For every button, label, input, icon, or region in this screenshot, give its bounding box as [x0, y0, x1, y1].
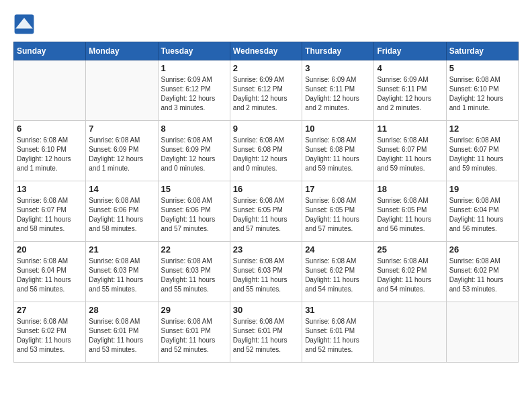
day-number: 27 [17, 305, 83, 315]
day-info: Sunrise: 6:09 AM Sunset: 6:11 PM Dayligh… [377, 75, 443, 113]
day-number: 31 [305, 305, 371, 315]
calendar-cell: 22Sunrise: 6:08 AM Sunset: 6:03 PM Dayli… [158, 242, 230, 302]
day-info: Sunrise: 6:08 AM Sunset: 6:05 PM Dayligh… [305, 196, 371, 234]
day-info: Sunrise: 6:08 AM Sunset: 6:02 PM Dayligh… [377, 257, 443, 294]
day-info: Sunrise: 6:08 AM Sunset: 6:01 PM Dayligh… [305, 317, 371, 355]
weekday-header: Friday [374, 42, 446, 60]
calendar-cell: 16Sunrise: 6:08 AM Sunset: 6:05 PM Dayli… [230, 181, 302, 242]
day-info: Sunrise: 6:09 AM Sunset: 6:12 PM Dayligh… [233, 75, 299, 113]
day-number: 4 [377, 63, 443, 73]
weekday-header: Saturday [446, 42, 518, 60]
day-info: Sunrise: 6:08 AM Sunset: 6:06 PM Dayligh… [89, 196, 154, 234]
day-number: 19 [449, 184, 515, 194]
day-number: 6 [17, 124, 83, 134]
weekday-header: Sunday [14, 42, 86, 60]
day-number: 22 [161, 244, 227, 255]
day-info: Sunrise: 6:08 AM Sunset: 6:04 PM Dayligh… [449, 196, 515, 234]
calendar-cell: 6Sunrise: 6:08 AM Sunset: 6:10 PM Daylig… [14, 121, 86, 181]
day-number: 21 [89, 244, 154, 255]
day-number: 3 [305, 63, 371, 73]
day-number: 9 [233, 124, 299, 134]
day-info: Sunrise: 6:08 AM Sunset: 6:04 PM Dayligh… [17, 257, 83, 294]
day-number: 26 [449, 244, 515, 255]
day-info: Sunrise: 6:08 AM Sunset: 6:06 PM Dayligh… [161, 196, 227, 234]
calendar-cell: 26Sunrise: 6:08 AM Sunset: 6:02 PM Dayli… [446, 242, 518, 302]
calendar-table: SundayMondayTuesdayWednesdayThursdayFrid… [13, 42, 519, 363]
calendar-cell: 30Sunrise: 6:08 AM Sunset: 6:01 PM Dayli… [230, 302, 302, 363]
calendar-cell: 24Sunrise: 6:08 AM Sunset: 6:02 PM Dayli… [302, 242, 374, 302]
day-number: 12 [449, 124, 515, 134]
calendar-cell: 29Sunrise: 6:08 AM Sunset: 6:01 PM Dayli… [158, 302, 230, 363]
day-info: Sunrise: 6:08 AM Sunset: 6:10 PM Dayligh… [449, 75, 515, 113]
day-info: Sunrise: 6:09 AM Sunset: 6:11 PM Dayligh… [305, 75, 371, 113]
day-info: Sunrise: 6:08 AM Sunset: 6:03 PM Dayligh… [89, 257, 154, 294]
day-number: 17 [305, 184, 371, 194]
calendar-cell: 3Sunrise: 6:09 AM Sunset: 6:11 PM Daylig… [302, 60, 374, 121]
calendar-cell: 9Sunrise: 6:08 AM Sunset: 6:08 PM Daylig… [230, 121, 302, 181]
day-info: Sunrise: 6:08 AM Sunset: 6:08 PM Dayligh… [305, 136, 371, 173]
day-number: 1 [161, 63, 227, 73]
calendar-cell: 27Sunrise: 6:08 AM Sunset: 6:02 PM Dayli… [14, 302, 86, 363]
day-number: 30 [233, 305, 299, 315]
day-number: 2 [233, 63, 299, 73]
day-number: 5 [449, 63, 515, 73]
calendar-cell: 5Sunrise: 6:08 AM Sunset: 6:10 PM Daylig… [446, 60, 518, 121]
day-info: Sunrise: 6:08 AM Sunset: 6:09 PM Dayligh… [89, 136, 154, 173]
day-info: Sunrise: 6:08 AM Sunset: 6:07 PM Dayligh… [17, 196, 83, 234]
day-number: 13 [17, 184, 83, 194]
day-info: Sunrise: 6:08 AM Sunset: 6:08 PM Dayligh… [233, 136, 299, 173]
day-number: 8 [161, 124, 227, 134]
day-info: Sunrise: 6:08 AM Sunset: 6:10 PM Dayligh… [17, 136, 83, 173]
day-info: Sunrise: 6:08 AM Sunset: 6:05 PM Dayligh… [233, 196, 299, 234]
day-number: 16 [233, 184, 299, 194]
calendar-cell: 17Sunrise: 6:08 AM Sunset: 6:05 PM Dayli… [302, 181, 374, 242]
day-number: 11 [377, 124, 443, 134]
day-info: Sunrise: 6:08 AM Sunset: 6:05 PM Dayligh… [377, 196, 443, 234]
logo-icon [13, 13, 35, 35]
calendar-cell [446, 302, 518, 363]
day-number: 7 [89, 124, 154, 134]
day-info: Sunrise: 6:08 AM Sunset: 6:02 PM Dayligh… [17, 317, 83, 355]
calendar-header: SundayMondayTuesdayWednesdayThursdayFrid… [14, 42, 519, 60]
day-info: Sunrise: 6:08 AM Sunset: 6:09 PM Dayligh… [161, 136, 227, 173]
calendar-cell: 13Sunrise: 6:08 AM Sunset: 6:07 PM Dayli… [14, 181, 86, 242]
day-info: Sunrise: 6:08 AM Sunset: 6:01 PM Dayligh… [233, 317, 299, 355]
day-number: 10 [305, 124, 371, 134]
day-number: 29 [161, 305, 227, 315]
day-number: 14 [89, 184, 154, 194]
weekday-header: Wednesday [230, 42, 302, 60]
calendar-cell: 2Sunrise: 6:09 AM Sunset: 6:12 PM Daylig… [230, 60, 302, 121]
calendar-cell: 10Sunrise: 6:08 AM Sunset: 6:08 PM Dayli… [302, 121, 374, 181]
day-number: 23 [233, 244, 299, 255]
day-number: 15 [161, 184, 227, 194]
logo [13, 13, 38, 35]
calendar-cell: 19Sunrise: 6:08 AM Sunset: 6:04 PM Dayli… [446, 181, 518, 242]
day-number: 24 [305, 244, 371, 255]
calendar-cell: 25Sunrise: 6:08 AM Sunset: 6:02 PM Dayli… [374, 242, 446, 302]
calendar-cell [14, 60, 86, 121]
day-info: Sunrise: 6:08 AM Sunset: 6:02 PM Dayligh… [449, 257, 515, 294]
calendar-cell: 28Sunrise: 6:08 AM Sunset: 6:01 PM Dayli… [86, 302, 158, 363]
calendar-cell: 15Sunrise: 6:08 AM Sunset: 6:06 PM Dayli… [158, 181, 230, 242]
calendar-cell: 12Sunrise: 6:08 AM Sunset: 6:07 PM Dayli… [446, 121, 518, 181]
day-info: Sunrise: 6:08 AM Sunset: 6:02 PM Dayligh… [305, 257, 371, 294]
calendar-cell: 21Sunrise: 6:08 AM Sunset: 6:03 PM Dayli… [86, 242, 158, 302]
day-info: Sunrise: 6:08 AM Sunset: 6:03 PM Dayligh… [161, 257, 227, 294]
day-number: 25 [377, 244, 443, 255]
calendar-cell: 23Sunrise: 6:08 AM Sunset: 6:03 PM Dayli… [230, 242, 302, 302]
day-info: Sunrise: 6:08 AM Sunset: 6:03 PM Dayligh… [233, 257, 299, 294]
calendar-cell: 8Sunrise: 6:08 AM Sunset: 6:09 PM Daylig… [158, 121, 230, 181]
day-number: 28 [89, 305, 154, 315]
weekday-header: Monday [86, 42, 158, 60]
day-info: Sunrise: 6:08 AM Sunset: 6:01 PM Dayligh… [161, 317, 227, 355]
calendar-cell [374, 302, 446, 363]
calendar-cell: 1Sunrise: 6:09 AM Sunset: 6:12 PM Daylig… [158, 60, 230, 121]
day-info: Sunrise: 6:08 AM Sunset: 6:07 PM Dayligh… [449, 136, 515, 173]
day-info: Sunrise: 6:09 AM Sunset: 6:12 PM Dayligh… [161, 75, 227, 113]
day-number: 18 [377, 184, 443, 194]
weekday-header: Tuesday [158, 42, 230, 60]
calendar-cell: 14Sunrise: 6:08 AM Sunset: 6:06 PM Dayli… [86, 181, 158, 242]
calendar-cell: 11Sunrise: 6:08 AM Sunset: 6:07 PM Dayli… [374, 121, 446, 181]
calendar-cell [86, 60, 158, 121]
calendar-cell: 7Sunrise: 6:08 AM Sunset: 6:09 PM Daylig… [86, 121, 158, 181]
